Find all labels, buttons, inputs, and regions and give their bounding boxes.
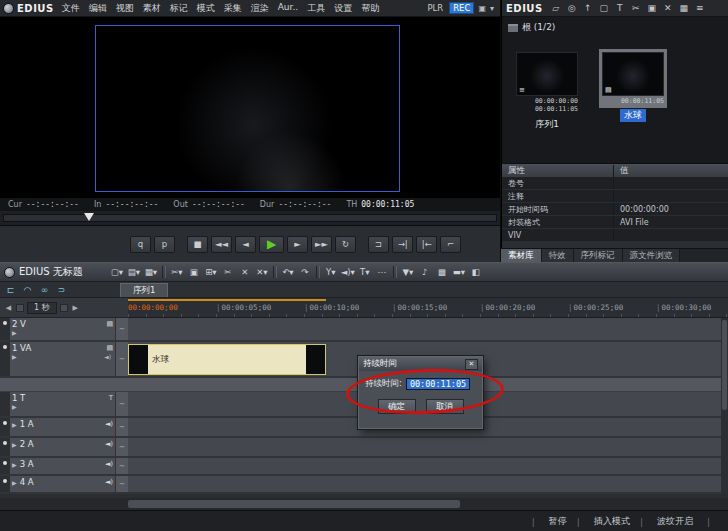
expand-track-icon[interactable]: ▶ [12, 353, 17, 361]
toolbar-separator[interactable] [162, 266, 166, 278]
position-bar[interactable] [0, 211, 500, 226]
rec-button[interactable]: REC [449, 2, 474, 14]
prev-frame-button[interactable]: ◄ [235, 236, 256, 253]
audio-track-icon[interactable]: ◄) [104, 353, 111, 361]
display-mode-button[interactable]: ⊐ [368, 236, 389, 253]
delete-icon[interactable]: ✕ [237, 265, 253, 280]
open-icon[interactable]: ▤▾ [126, 265, 142, 280]
search-icon[interactable]: ◎ [565, 3, 579, 13]
fast-forward-button[interactable]: ►► [311, 236, 332, 253]
sync-lock-icon[interactable]: ~ [115, 438, 128, 456]
zoom-value[interactable]: 1 秒 [27, 302, 57, 314]
ripple-delete-icon[interactable]: ✕▾ [254, 265, 270, 280]
video-track-icon[interactable]: ▤ [106, 344, 113, 352]
layout-icon[interactable]: ◧ [468, 265, 484, 280]
clip-thumbnail[interactable]: ▤ [602, 52, 664, 96]
scrollbar-thumb[interactable] [128, 500, 460, 508]
menu-item[interactable]: Aur.. [278, 2, 298, 15]
track-enable-indicator[interactable] [0, 318, 10, 340]
export-button[interactable]: ⌐ [440, 236, 461, 253]
new-folder-icon[interactable]: ▱ [549, 3, 563, 13]
paste-icon[interactable]: ▣ [645, 3, 659, 13]
track-header-4a[interactable]: ▶4 A◄) ~ [0, 476, 128, 494]
track-enable-indicator[interactable] [0, 458, 10, 474]
track-enable-indicator[interactable] [0, 418, 10, 436]
close-icon[interactable]: ✕ [465, 359, 478, 370]
expand-track-icon[interactable]: ▶ [12, 421, 17, 428]
copy-icon[interactable]: ▣ [186, 265, 202, 280]
delete-icon[interactable]: ✕ [661, 3, 675, 13]
expand-track-icon[interactable]: ▶ [12, 441, 17, 448]
audio-track-icon[interactable]: ◄) [105, 440, 113, 448]
menu-item[interactable]: 渲染 [251, 2, 269, 15]
sync-lock-icon[interactable]: ~ [115, 392, 128, 416]
paste-icon[interactable]: ⊞▾ [203, 265, 219, 280]
audio-track-icon[interactable]: ◄) [105, 478, 113, 486]
menu-item[interactable]: 文件 [62, 2, 80, 15]
clip-in-handle[interactable] [129, 345, 148, 374]
bin-clip-shuiqiu[interactable]: ▤ 00:00:11:05 水球 [596, 49, 670, 122]
bin-tab[interactable]: 序列标记 [574, 249, 623, 262]
audio-track-icon[interactable]: ◄) [105, 460, 113, 468]
duration-input[interactable]: 00:00:11:05 [406, 378, 470, 390]
menu-item[interactable]: 标记 [170, 2, 188, 15]
set-out-button[interactable]: p [154, 236, 175, 253]
sync-lock-icon[interactable]: ~ [115, 476, 128, 492]
track-enable-indicator[interactable] [0, 392, 10, 416]
scrollbar-thumb[interactable] [722, 320, 727, 410]
bin-tab[interactable]: 特效 [542, 249, 574, 262]
sync-lock-icon[interactable]: ~ [115, 418, 128, 436]
play-button[interactable]: ▶ [259, 236, 284, 253]
new-sequence-icon[interactable]: ▢▾ [109, 265, 125, 280]
sync-mode-icon[interactable]: ∞ [38, 285, 51, 295]
menu-item[interactable]: 设置 [334, 2, 352, 15]
text-icon[interactable]: T [613, 3, 627, 13]
menu-item[interactable]: 帮助 [361, 2, 379, 15]
list-icon[interactable]: ≡ [693, 3, 707, 13]
zoom-slider2[interactable] [60, 304, 68, 312]
menu-item[interactable]: 编辑 [89, 2, 107, 15]
cut-icon[interactable]: ✂ [629, 3, 643, 13]
ripple-mode-icon[interactable]: ⊃ [55, 285, 68, 295]
loop-button[interactable]: ↻ [335, 236, 356, 253]
layout-icon[interactable]: ▣ [478, 4, 486, 13]
track-3a-content[interactable] [128, 458, 728, 476]
cancel-button[interactable]: 取消 [426, 399, 464, 414]
sync-lock-icon[interactable]: ~ [115, 458, 128, 474]
save-icon[interactable]: ▦▾ [143, 265, 159, 280]
track-header-2a[interactable]: ▶2 A◄) ~ [0, 438, 128, 458]
stop-button[interactable]: ■ [187, 236, 208, 253]
rewind-button[interactable]: ◄◄ [211, 236, 232, 253]
view-icon[interactable]: ▦ [677, 3, 691, 13]
toolbar-separator[interactable] [273, 266, 277, 278]
playhead-marker[interactable] [84, 213, 94, 221]
more-icon[interactable]: ⋯ [374, 265, 390, 280]
track-4a-content[interactable] [128, 476, 728, 494]
overwrite-mode-icon[interactable]: ◠ [21, 285, 34, 295]
menu-item[interactable]: 素材 [143, 2, 161, 15]
toolbar-separator[interactable] [316, 266, 320, 278]
add-title-icon[interactable]: T▾ [357, 265, 373, 280]
sync-lock-icon[interactable]: ~ [115, 342, 128, 376]
title-track-icon[interactable]: T [109, 394, 113, 402]
up-folder-icon[interactable]: ↑ [581, 3, 595, 13]
track-2a-content[interactable] [128, 438, 728, 458]
voice-over-icon[interactable]: ♪ [417, 265, 433, 280]
add-transition-icon[interactable]: Y▾ [323, 265, 339, 280]
track-enable-indicator[interactable] [0, 476, 10, 492]
bin-tab[interactable]: 素材库 [501, 249, 542, 262]
zoom-slider[interactable] [16, 304, 24, 312]
timeline-ruler[interactable]: 00:00:00;0000:00:05;0000:00:10;0000:00:1… [128, 298, 728, 318]
menu-item[interactable]: 模式 [197, 2, 215, 15]
goto-out-button[interactable]: |← [416, 236, 437, 253]
sequence-tab[interactable]: 序列1 [120, 283, 168, 297]
menu-item[interactable]: 工具 [307, 2, 325, 15]
export-icon[interactable]: ▬▾ [451, 265, 467, 280]
expand-track-icon[interactable]: ▶ [12, 403, 17, 410]
plr-button[interactable]: PLR [425, 3, 445, 13]
bin-folder-row[interactable]: 根 (1/2) [502, 17, 728, 38]
track-enable-indicator[interactable] [0, 342, 10, 376]
track-header-1t[interactable]: 1 TT ▶ ~ [0, 392, 128, 418]
undo-icon[interactable]: ↶▾ [280, 265, 296, 280]
timeline-clip-shuiqiu[interactable]: 水球 [128, 344, 326, 375]
